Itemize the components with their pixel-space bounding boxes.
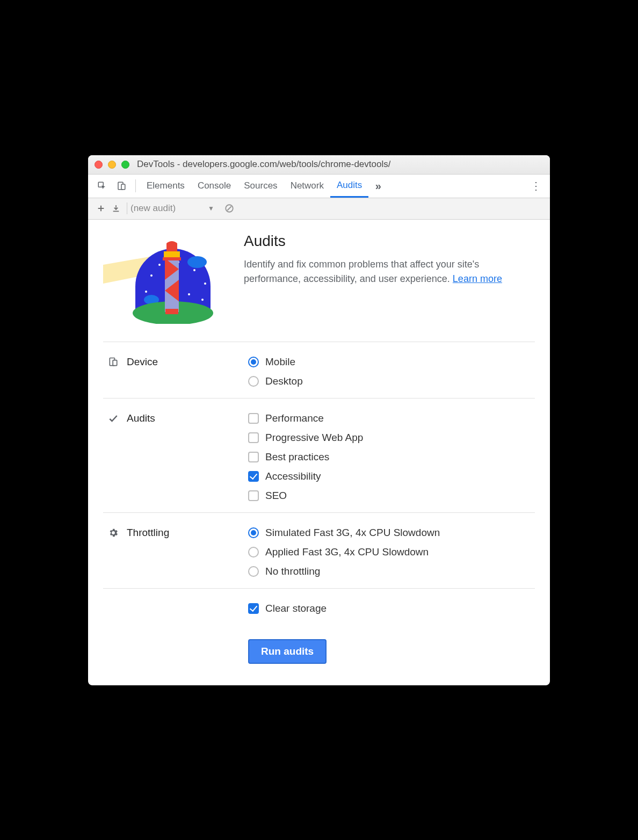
checkmark-icon	[107, 412, 119, 424]
separator	[135, 179, 136, 192]
run-row: Run audits	[103, 625, 535, 664]
tab-elements[interactable]: Elements	[140, 175, 191, 198]
radio-icon	[248, 357, 259, 367]
section-audits: Audits Performance Progressive Web App B…	[103, 398, 535, 512]
section-throttling: Throttling Simulated Fast 3G, 4x CPU Slo…	[103, 512, 535, 588]
separator	[127, 202, 127, 214]
checkbox-icon	[248, 603, 259, 614]
radio-icon	[248, 547, 259, 557]
learn-more-link[interactable]: Learn more	[453, 273, 502, 284]
svg-point-5	[158, 264, 161, 266]
svg-point-10	[188, 293, 190, 295]
lighthouse-illustration	[103, 233, 227, 327]
intro-text: Audits Identify and fix common problems …	[244, 233, 535, 327]
audit-toolbar: (new audit) ▼	[88, 198, 550, 220]
svg-rect-18	[163, 257, 181, 260]
svg-point-4	[150, 274, 153, 277]
clear-icon[interactable]	[222, 201, 237, 216]
checkbox-icon	[248, 490, 259, 501]
tab-sources[interactable]: Sources	[237, 175, 284, 198]
checkbox-icon	[248, 413, 259, 424]
devtools-window: DevTools - developers.google.com/web/too…	[88, 155, 550, 685]
devtools-tabbar: Elements Console Sources Network Audits …	[88, 175, 550, 198]
audits-panel: Audits Identify and fix common problems …	[88, 220, 550, 685]
device-toggle-icon[interactable]	[115, 179, 128, 192]
traffic-lights	[95, 161, 129, 169]
new-audit-icon[interactable]	[93, 201, 108, 216]
panel-heading: Audits	[244, 233, 535, 250]
radio-icon	[248, 566, 259, 577]
svg-rect-19	[165, 309, 178, 314]
run-audits-button[interactable]: Run audits	[248, 639, 327, 664]
section-device: Device Mobile Desktop	[103, 342, 535, 398]
close-icon[interactable]	[95, 161, 103, 169]
checkbox-best-practices[interactable]: Best practices	[248, 451, 535, 463]
gear-icon	[107, 527, 119, 539]
section-label-audits: Audits	[103, 412, 248, 502]
radio-desktop[interactable]: Desktop	[248, 375, 535, 387]
svg-point-13	[187, 256, 207, 268]
checkbox-icon	[248, 432, 259, 443]
empty-label	[103, 603, 248, 614]
checkbox-clear-storage[interactable]: Clear storage	[248, 603, 535, 614]
tab-audits[interactable]: Audits	[330, 175, 368, 198]
inspect-icon[interactable]	[96, 179, 108, 192]
device-icon	[107, 356, 119, 368]
radio-applied-3g[interactable]: Applied Fast 3G, 4x CPU Slowdown	[248, 546, 535, 558]
radio-icon	[248, 527, 259, 538]
checkbox-accessibility[interactable]: Accessibility	[248, 470, 535, 482]
checkbox-pwa[interactable]: Progressive Web App	[248, 432, 535, 444]
download-icon[interactable]	[108, 201, 124, 216]
chevron-down-icon: ▼	[208, 205, 214, 212]
maximize-icon[interactable]	[121, 161, 129, 169]
checkbox-seo[interactable]: SEO	[248, 490, 535, 502]
checkbox-icon	[248, 471, 259, 482]
minimize-icon[interactable]	[108, 161, 116, 169]
section-clear-storage: Clear storage	[103, 588, 535, 625]
section-label-throttling: Throttling	[103, 527, 248, 577]
audit-select[interactable]: (new audit) ▼	[130, 203, 218, 214]
svg-point-7	[193, 269, 195, 271]
window-title: DevTools - developers.google.com/web/too…	[137, 159, 390, 170]
radio-icon	[248, 376, 259, 387]
svg-point-12	[201, 299, 204, 301]
svg-point-8	[204, 283, 206, 285]
intro-block: Audits Identify and fix common problems …	[103, 233, 535, 327]
radio-no-throttling[interactable]: No throttling	[248, 566, 535, 577]
titlebar: DevTools - developers.google.com/web/too…	[88, 155, 550, 175]
tab-network[interactable]: Network	[284, 175, 330, 198]
more-tabs-icon[interactable]: »	[372, 179, 385, 192]
radio-simulated-3g[interactable]: Simulated Fast 3G, 4x CPU Slowdown	[248, 527, 535, 539]
audit-select-value: (new audit)	[130, 203, 176, 214]
section-label-device: Device	[103, 356, 248, 387]
svg-rect-21	[113, 360, 117, 365]
checkbox-icon	[248, 452, 259, 462]
radio-mobile[interactable]: Mobile	[248, 356, 535, 368]
svg-rect-2	[121, 184, 125, 190]
svg-point-9	[145, 291, 147, 293]
kebab-menu-icon[interactable]: ⋮	[530, 179, 542, 192]
checkbox-performance[interactable]: Performance	[248, 412, 535, 424]
panel-description: Identify and fix common problems that af…	[244, 257, 535, 286]
tab-console[interactable]: Console	[191, 175, 237, 198]
